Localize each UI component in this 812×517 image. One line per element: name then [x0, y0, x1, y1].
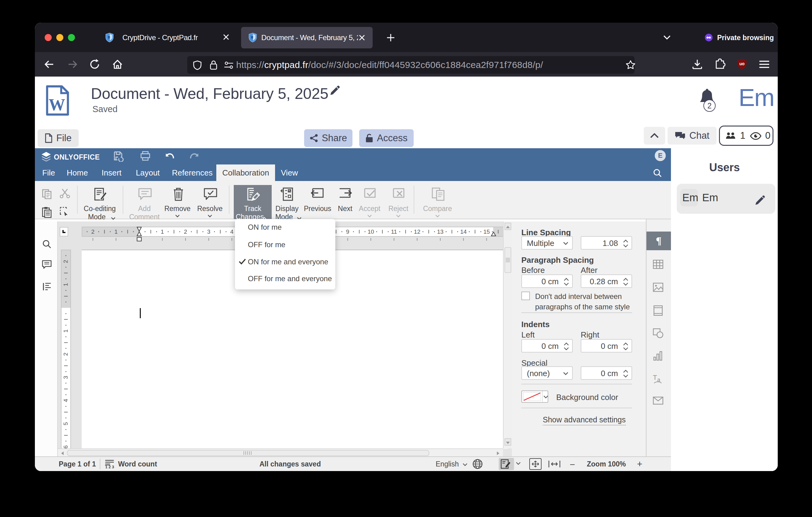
svg-text:1: 1: [62, 283, 69, 287]
svg-text:3: 3: [62, 376, 69, 379]
svg-text:4: 4: [230, 228, 234, 235]
svg-text:2: 2: [62, 260, 69, 263]
svg-text:W: W: [49, 96, 65, 114]
svg-text:11: 11: [391, 228, 397, 235]
svg-text:uo: uo: [739, 61, 744, 66]
svg-text:5: 5: [62, 422, 69, 426]
svg-text:1: 1: [114, 228, 118, 235]
svg-text:9: 9: [346, 228, 349, 235]
svg-text:2: 2: [184, 228, 187, 235]
svg-text:10: 10: [368, 228, 374, 235]
svg-text:4: 4: [62, 399, 69, 402]
svg-text:2: 2: [91, 228, 94, 235]
svg-text:1: 1: [161, 228, 164, 235]
svg-text:2: 2: [62, 353, 69, 356]
svg-text:14: 14: [460, 228, 467, 235]
svg-text:1: 1: [62, 329, 69, 333]
svg-text:3: 3: [207, 228, 210, 235]
svg-text:6: 6: [62, 445, 69, 449]
svg-text:15: 15: [484, 228, 490, 235]
svg-text:12: 12: [414, 228, 420, 235]
svg-text:13: 13: [437, 228, 443, 235]
svg-text:T: T: [653, 374, 657, 381]
